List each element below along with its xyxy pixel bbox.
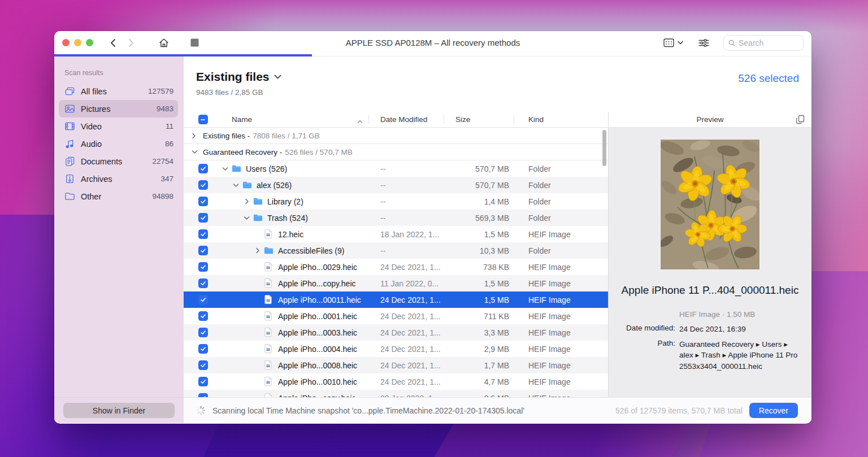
file-size: 711 KB xyxy=(444,312,514,321)
file-date-modified: 18 Jan 2022, 1... xyxy=(368,230,444,239)
file-name: Apple iPho...0010.heic xyxy=(278,377,357,386)
table-row-apple-ipho-copy-heic[interactable]: Apple iPho...copy.heic20 Jan 2022, 1...2… xyxy=(184,390,608,397)
file-table: Name Date Modified Size Kind Existing fi… xyxy=(184,112,608,397)
table-row-accessiblefiles-9[interactable]: AccessibleFiles (9)--10,3 MBFolder xyxy=(184,242,608,259)
column-header-date-modified[interactable]: Date Modified xyxy=(368,112,444,127)
file-kind: HEIF Image xyxy=(514,312,608,321)
sidebar-bottom: Show in Finder xyxy=(54,397,184,423)
view-options-button[interactable] xyxy=(662,37,684,49)
table-row-apple-ipho-0001-heic[interactable]: Apple iPho...0001.heic24 Dec 2021, 1...7… xyxy=(184,308,608,324)
file-kind: Folder xyxy=(514,246,608,255)
table-row-apple-ipho-copy-heic[interactable]: Apple iPho...copy.heic11 Jan 2022, 0...1… xyxy=(184,275,608,291)
table-row-apple-ipho-0008-heic[interactable]: Apple iPho...0008.heic24 Dec 2021, 1...1… xyxy=(184,357,608,373)
column-header-size[interactable]: Size xyxy=(444,112,514,127)
stop-scan-button[interactable] xyxy=(187,36,202,50)
column-header-name[interactable]: Name xyxy=(215,112,368,127)
file-size: 1,5 MB xyxy=(444,230,514,239)
table-row-library-2[interactable]: Library (2)--1,4 MBFolder xyxy=(184,193,608,210)
table-row-apple-ipho-0004-heic[interactable]: Apple iPho...0004.heic24 Dec 2021, 1...2… xyxy=(184,341,608,357)
search-input[interactable] xyxy=(739,38,798,47)
folder-icon xyxy=(253,212,263,223)
file-date-modified: -- xyxy=(368,164,444,173)
forward-button[interactable] xyxy=(124,36,138,50)
row-checkbox[interactable] xyxy=(198,344,208,354)
sidebar-item-video[interactable]: Video11 xyxy=(59,117,178,135)
table-row-trash-524[interactable]: Trash (524)--569,3 MBFolder xyxy=(184,210,608,226)
row-checkbox[interactable] xyxy=(198,213,208,223)
row-checkbox[interactable] xyxy=(198,295,208,304)
row-checkbox[interactable] xyxy=(198,180,208,190)
preview-image xyxy=(661,140,760,269)
table-row-users-526[interactable]: Users (526)--570,7 MBFolder xyxy=(184,160,608,177)
table-row-apple-ipho-0010-heic[interactable]: Apple iPho...0010.heic24 Dec 2021, 1...4… xyxy=(184,373,608,390)
table-group-row-existing-files[interactable]: Existing files -7808 files / 1,71 GB xyxy=(184,128,608,144)
row-checkbox[interactable] xyxy=(198,393,208,397)
chevron-right-icon[interactable] xyxy=(241,198,253,204)
table-group-row-guaranteed-recovery[interactable]: Guaranteed Recovery -526 files / 570,7 M… xyxy=(184,144,608,160)
select-all-checkbox[interactable] xyxy=(198,115,208,124)
content-header: Existing files 9483 files / 2,85 GB 526 … xyxy=(184,56,811,112)
sidebar-item-other[interactable]: Other94898 xyxy=(59,188,178,205)
scanning-status-text: Scanning local Time Machine snapshot 'co… xyxy=(212,406,524,415)
file-size: 3,3 MB xyxy=(444,328,514,337)
chevron-down-icon[interactable] xyxy=(192,150,203,154)
file-name: Apple iPho...copy.heic xyxy=(278,279,356,288)
sidebar-item-pictures[interactable]: Pictures9483 xyxy=(59,100,178,117)
table-row-12-heic[interactable]: 12.heic18 Jan 2022, 1...1,5 MBHEIF Image xyxy=(184,226,608,242)
minimize-window-button[interactable] xyxy=(74,39,81,46)
file-icon xyxy=(263,294,274,305)
file-icon xyxy=(263,360,274,371)
folder-icon xyxy=(253,196,263,207)
close-window-button[interactable] xyxy=(62,39,70,46)
folder-icon xyxy=(263,245,274,256)
sidebar-item-all-files[interactable]: All files127579 xyxy=(59,82,178,100)
row-checkbox[interactable] xyxy=(198,311,208,321)
file-icon xyxy=(263,327,274,338)
row-checkbox[interactable] xyxy=(198,377,208,386)
file-name: 12.heic xyxy=(278,230,303,239)
table-row-apple-ipho-00011-heic[interactable]: Apple iPho...00011.heic24 Dec 2021, 1...… xyxy=(184,291,608,308)
row-checkbox[interactable] xyxy=(198,164,208,173)
sidebar-item-documents[interactable]: Documents22754 xyxy=(59,153,178,170)
zoom-window-button[interactable] xyxy=(86,39,93,46)
file-kind: HEIF Image xyxy=(514,328,608,337)
audio-icon xyxy=(64,138,75,149)
row-checkbox[interactable] xyxy=(198,360,208,370)
chevron-down-icon[interactable] xyxy=(241,216,253,220)
selected-count[interactable]: 526 selected xyxy=(738,72,799,112)
filter-button[interactable] xyxy=(697,36,711,50)
back-button[interactable] xyxy=(106,36,120,50)
file-date-modified: 24 Dec 2021, 1... xyxy=(368,377,444,386)
sidebar-item-audio[interactable]: Audio86 xyxy=(59,135,178,153)
sidebar-item-count: 9483 xyxy=(157,105,173,113)
chevron-right-icon[interactable] xyxy=(192,133,203,139)
file-name: Apple iPho...0008.heic xyxy=(278,361,357,370)
file-size: 570,7 MB xyxy=(444,181,514,190)
table-row-apple-ipho-0029-heic[interactable]: Apple iPho...0029.heic24 Dec 2021, 1...7… xyxy=(184,259,608,275)
row-checkbox[interactable] xyxy=(198,229,208,239)
row-checkbox[interactable] xyxy=(198,197,208,206)
file-icon xyxy=(263,376,274,387)
table-scrollbar[interactable] xyxy=(602,130,606,166)
file-size: 2,9 MB xyxy=(444,345,514,354)
show-in-finder-button[interactable]: Show in Finder xyxy=(63,403,175,418)
row-checkbox[interactable] xyxy=(198,328,208,337)
chevron-right-icon[interactable] xyxy=(251,247,263,254)
row-checkbox[interactable] xyxy=(198,246,208,255)
search-field[interactable] xyxy=(723,35,804,51)
chevron-down-icon[interactable] xyxy=(230,183,242,188)
file-name: Users (526) xyxy=(246,164,287,173)
recover-button[interactable]: Recover xyxy=(749,403,798,418)
file-icon xyxy=(263,393,274,397)
table-row-alex-526[interactable]: alex (526)--570,7 MBFolder xyxy=(184,177,608,193)
sidebar-item-archives[interactable]: Archives347 xyxy=(59,170,178,188)
row-checkbox[interactable] xyxy=(198,262,208,272)
row-checkbox[interactable] xyxy=(198,278,208,288)
scan-session-dropdown[interactable]: Existing files xyxy=(196,70,281,84)
copy-preview-button[interactable] xyxy=(796,115,805,124)
column-header-kind[interactable]: Kind xyxy=(514,112,608,127)
table-row-apple-ipho-0003-heic[interactable]: Apple iPho...0003.heic24 Dec 2021, 1...3… xyxy=(184,324,608,341)
home-button[interactable] xyxy=(157,36,171,50)
sidebar-item-count: 347 xyxy=(160,175,173,183)
chevron-down-icon[interactable] xyxy=(219,167,231,171)
